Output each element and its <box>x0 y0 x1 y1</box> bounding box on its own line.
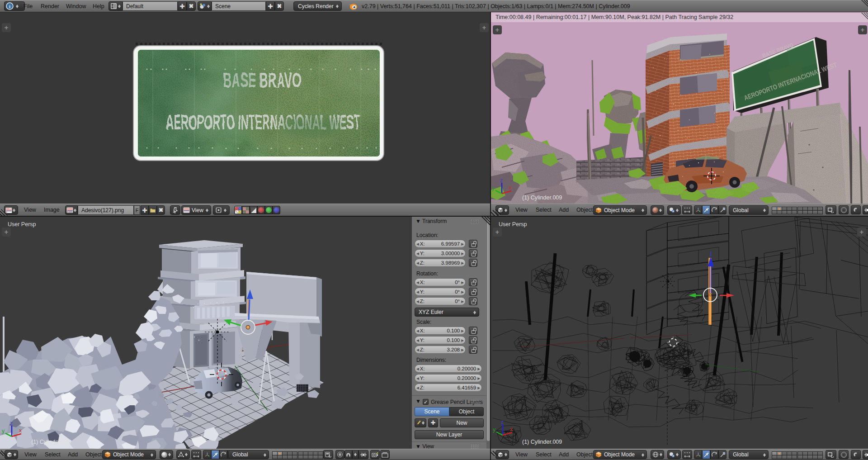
svg-text:x: x <box>510 426 513 432</box>
svg-text:z: z <box>500 177 503 184</box>
svg-text:z: z <box>501 419 504 425</box>
svg-text:y: y <box>2 428 5 434</box>
svg-text:x: x <box>19 427 22 434</box>
svg-text:(1) Cylinder.009: (1) Cylinder.009 <box>522 194 562 201</box>
svg-text:User Persp: User Persp <box>499 221 527 228</box>
svg-text:z: z <box>10 420 13 427</box>
svg-text:(1) Cylinder.009: (1) Cylinder.009 <box>522 439 562 445</box>
svg-text:y: y <box>492 185 495 191</box>
svg-text:x: x <box>509 185 512 191</box>
svg-text:(1) Cylinder.009: (1) Cylinder.009 <box>31 439 71 445</box>
svg-text:User Persp: User Persp <box>8 221 36 228</box>
svg-text:y: y <box>493 427 495 433</box>
svg-text:i: i <box>9 4 10 9</box>
